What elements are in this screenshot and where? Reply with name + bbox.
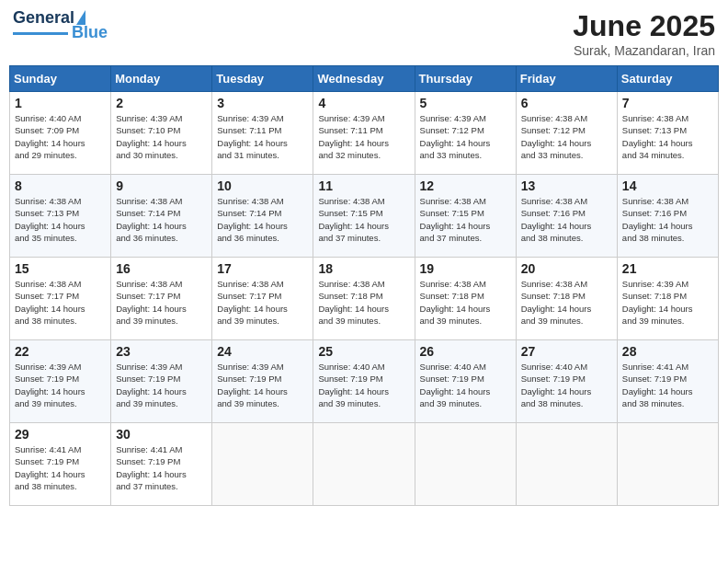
calendar-cell: 17Sunrise: 4:38 AM Sunset: 7:17 PM Dayli… — [212, 258, 313, 340]
cell-info: Sunrise: 4:38 AM Sunset: 7:13 PM Dayligh… — [15, 195, 106, 244]
day-number: 21 — [622, 261, 713, 276]
cell-info: Sunrise: 4:38 AM Sunset: 7:18 PM Dayligh… — [420, 278, 511, 327]
location-text: Surak, Mazandaran, Iran — [573, 43, 715, 58]
calendar-cell: 4Sunrise: 4:39 AM Sunset: 7:11 PM Daylig… — [313, 92, 415, 175]
calendar-cell: 23Sunrise: 4:39 AM Sunset: 7:19 PM Dayli… — [111, 340, 212, 423]
calendar-cell: 1Sunrise: 4:40 AM Sunset: 7:09 PM Daylig… — [10, 92, 111, 175]
calendar-week-row: 29Sunrise: 4:41 AM Sunset: 7:19 PM Dayli… — [10, 423, 719, 506]
cell-info: Sunrise: 4:41 AM Sunset: 7:19 PM Dayligh… — [15, 443, 106, 492]
calendar-week-row: 8Sunrise: 4:38 AM Sunset: 7:13 PM Daylig… — [10, 175, 719, 258]
weekday-header-sunday: Sunday — [10, 66, 111, 92]
cell-info: Sunrise: 4:41 AM Sunset: 7:19 PM Dayligh… — [622, 361, 713, 409]
calendar-cell: 20Sunrise: 4:38 AM Sunset: 7:18 PM Dayli… — [516, 258, 617, 340]
calendar-cell: 13Sunrise: 4:38 AM Sunset: 7:16 PM Dayli… — [516, 175, 617, 258]
calendar-cell: 15Sunrise: 4:38 AM Sunset: 7:17 PM Dayli… — [10, 258, 111, 340]
day-number: 1 — [15, 96, 106, 110]
weekday-header-monday: Monday — [111, 66, 212, 92]
cell-info: Sunrise: 4:38 AM Sunset: 7:15 PM Dayligh… — [318, 195, 409, 244]
title-block: June 2025 Surak, Mazandaran, Iran — [573, 9, 715, 58]
day-number: 5 — [420, 96, 511, 110]
cell-info: Sunrise: 4:38 AM Sunset: 7:18 PM Dayligh… — [318, 278, 409, 327]
calendar-cell — [313, 423, 415, 506]
cell-info: Sunrise: 4:38 AM Sunset: 7:18 PM Dayligh… — [521, 278, 612, 327]
calendar-cell: 21Sunrise: 4:39 AM Sunset: 7:18 PM Dayli… — [617, 258, 718, 340]
weekday-header-saturday: Saturday — [617, 66, 718, 92]
logo-line — [13, 32, 68, 35]
day-number: 20 — [521, 261, 612, 276]
calendar-cell: 30Sunrise: 4:41 AM Sunset: 7:19 PM Dayli… — [111, 423, 212, 506]
calendar-cell: 7Sunrise: 4:38 AM Sunset: 7:13 PM Daylig… — [617, 92, 718, 175]
calendar-cell: 3Sunrise: 4:39 AM Sunset: 7:11 PM Daylig… — [212, 92, 313, 175]
day-number: 10 — [217, 178, 308, 193]
cell-info: Sunrise: 4:38 AM Sunset: 7:17 PM Dayligh… — [116, 278, 207, 327]
day-number: 7 — [622, 96, 713, 110]
cell-info: Sunrise: 4:39 AM Sunset: 7:11 PM Dayligh… — [217, 112, 308, 161]
day-number: 16 — [116, 261, 207, 276]
cell-info: Sunrise: 4:40 AM Sunset: 7:19 PM Dayligh… — [521, 361, 612, 409]
cell-info: Sunrise: 4:38 AM Sunset: 7:16 PM Dayligh… — [521, 195, 612, 244]
calendar-week-row: 22Sunrise: 4:39 AM Sunset: 7:19 PM Dayli… — [10, 340, 719, 423]
calendar-cell: 24Sunrise: 4:39 AM Sunset: 7:19 PM Dayli… — [212, 340, 313, 423]
cell-info: Sunrise: 4:39 AM Sunset: 7:19 PM Dayligh… — [116, 361, 207, 409]
day-number: 25 — [318, 344, 409, 359]
day-number: 23 — [116, 344, 207, 359]
calendar-cell: 29Sunrise: 4:41 AM Sunset: 7:19 PM Dayli… — [10, 423, 111, 506]
calendar-cell — [212, 423, 313, 506]
calendar-cell: 22Sunrise: 4:39 AM Sunset: 7:19 PM Dayli… — [10, 340, 111, 423]
day-number: 26 — [420, 344, 511, 359]
day-number: 30 — [116, 427, 207, 442]
cell-info: Sunrise: 4:38 AM Sunset: 7:14 PM Dayligh… — [217, 195, 308, 244]
day-number: 9 — [116, 178, 207, 193]
cell-info: Sunrise: 4:39 AM Sunset: 7:10 PM Dayligh… — [116, 112, 207, 161]
day-number: 3 — [217, 96, 308, 110]
day-number: 24 — [217, 344, 308, 359]
day-number: 27 — [521, 344, 612, 359]
day-number: 6 — [521, 96, 612, 110]
day-number: 12 — [420, 178, 511, 193]
calendar-cell: 12Sunrise: 4:38 AM Sunset: 7:15 PM Dayli… — [415, 175, 516, 258]
calendar-cell: 11Sunrise: 4:38 AM Sunset: 7:15 PM Dayli… — [313, 175, 415, 258]
weekday-header-tuesday: Tuesday — [212, 66, 313, 92]
calendar-cell: 6Sunrise: 4:38 AM Sunset: 7:12 PM Daylig… — [516, 92, 617, 175]
day-number: 2 — [116, 96, 207, 110]
weekday-header-wednesday: Wednesday — [313, 66, 415, 92]
weekday-header-thursday: Thursday — [415, 66, 516, 92]
day-number: 4 — [318, 96, 409, 110]
calendar-cell: 2Sunrise: 4:39 AM Sunset: 7:10 PM Daylig… — [111, 92, 212, 175]
cell-info: Sunrise: 4:40 AM Sunset: 7:19 PM Dayligh… — [420, 361, 511, 409]
day-number: 17 — [217, 261, 308, 276]
cell-info: Sunrise: 4:39 AM Sunset: 7:12 PM Dayligh… — [420, 112, 511, 161]
calendar-week-row: 1Sunrise: 4:40 AM Sunset: 7:09 PM Daylig… — [10, 92, 719, 175]
calendar-cell: 26Sunrise: 4:40 AM Sunset: 7:19 PM Dayli… — [415, 340, 516, 423]
calendar-cell: 27Sunrise: 4:40 AM Sunset: 7:19 PM Dayli… — [516, 340, 617, 423]
cell-info: Sunrise: 4:40 AM Sunset: 7:19 PM Dayligh… — [318, 361, 409, 409]
page-header: General Blue June 2025 Surak, Mazandaran… — [9, 9, 719, 58]
day-number: 14 — [622, 178, 713, 193]
cell-info: Sunrise: 4:39 AM Sunset: 7:18 PM Dayligh… — [622, 278, 713, 327]
cell-info: Sunrise: 4:38 AM Sunset: 7:17 PM Dayligh… — [217, 278, 308, 327]
calendar-cell: 9Sunrise: 4:38 AM Sunset: 7:14 PM Daylig… — [111, 175, 212, 258]
calendar-table: SundayMondayTuesdayWednesdayThursdayFrid… — [9, 65, 719, 506]
weekday-header-friday: Friday — [516, 66, 617, 92]
day-number: 18 — [318, 261, 409, 276]
logo-blue-text: Blue — [72, 24, 108, 40]
day-number: 22 — [15, 344, 106, 359]
cell-info: Sunrise: 4:40 AM Sunset: 7:09 PM Dayligh… — [15, 112, 106, 161]
day-number: 29 — [15, 427, 106, 442]
calendar-cell: 14Sunrise: 4:38 AM Sunset: 7:16 PM Dayli… — [617, 175, 718, 258]
calendar-cell: 5Sunrise: 4:39 AM Sunset: 7:12 PM Daylig… — [415, 92, 516, 175]
cell-info: Sunrise: 4:39 AM Sunset: 7:19 PM Dayligh… — [217, 361, 308, 409]
calendar-header-row: SundayMondayTuesdayWednesdayThursdayFrid… — [10, 66, 719, 92]
day-number: 8 — [15, 178, 106, 193]
cell-info: Sunrise: 4:38 AM Sunset: 7:14 PM Dayligh… — [116, 195, 207, 244]
calendar-cell: 10Sunrise: 4:38 AM Sunset: 7:14 PM Dayli… — [212, 175, 313, 258]
day-number: 15 — [15, 261, 106, 276]
logo: General Blue — [13, 9, 108, 40]
calendar-week-row: 15Sunrise: 4:38 AM Sunset: 7:17 PM Dayli… — [10, 258, 719, 340]
calendar-cell: 28Sunrise: 4:41 AM Sunset: 7:19 PM Dayli… — [617, 340, 718, 423]
calendar-cell — [617, 423, 718, 506]
cell-info: Sunrise: 4:39 AM Sunset: 7:11 PM Dayligh… — [318, 112, 409, 161]
cell-info: Sunrise: 4:39 AM Sunset: 7:19 PM Dayligh… — [15, 361, 106, 409]
day-number: 11 — [318, 178, 409, 193]
calendar-cell: 18Sunrise: 4:38 AM Sunset: 7:18 PM Dayli… — [313, 258, 415, 340]
